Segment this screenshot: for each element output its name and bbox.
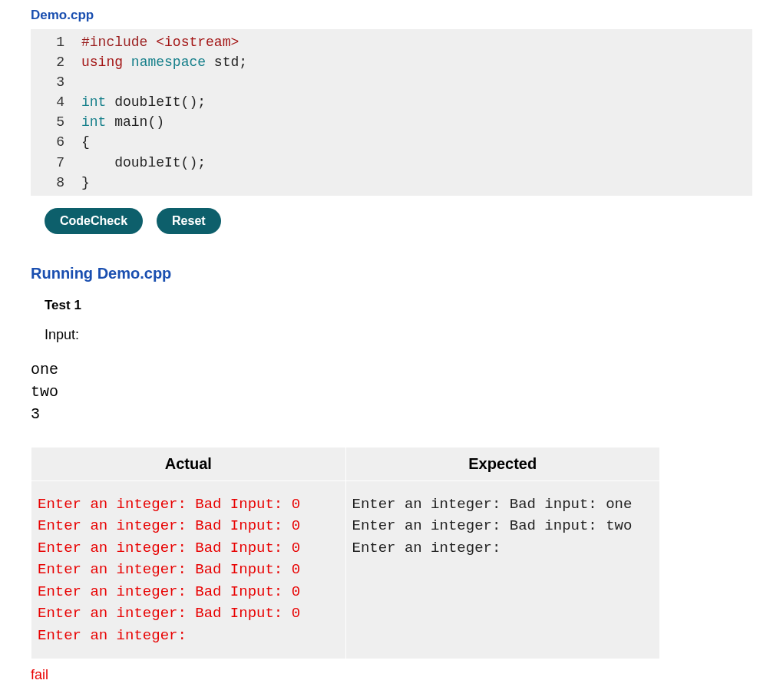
expected-output: Enter an integer: Bad input: one Enter a… <box>345 480 660 659</box>
table-row: Enter an integer: Bad Input: 0 Enter an … <box>31 480 660 659</box>
code-content[interactable]: { <box>81 132 90 152</box>
code-line[interactable]: 2using namespace std; <box>31 52 752 72</box>
button-row: CodeCheck Reset <box>45 208 752 234</box>
code-line[interactable]: 6{ <box>31 132 752 152</box>
codecheck-button[interactable]: CodeCheck <box>45 208 143 234</box>
reset-button[interactable]: Reset <box>157 208 221 234</box>
line-number: 3 <box>40 72 81 92</box>
code-content[interactable]: int main() <box>81 112 164 132</box>
test-title: Test 1 <box>45 298 752 313</box>
line-number: 6 <box>40 132 81 152</box>
code-content[interactable]: using namespace std; <box>81 52 247 72</box>
line-number: 8 <box>40 173 81 193</box>
header-expected: Expected <box>345 447 660 480</box>
running-title: Running Demo.cpp <box>31 265 752 282</box>
code-content[interactable]: doubleIt(); <box>81 153 206 173</box>
line-number: 4 <box>40 92 81 112</box>
line-number: 2 <box>40 52 81 72</box>
code-line[interactable]: 5int main() <box>31 112 752 132</box>
code-content[interactable]: #include <iostream> <box>81 32 239 52</box>
header-actual: Actual <box>31 447 346 480</box>
code-line[interactable]: 4int doubleIt(); <box>31 92 752 112</box>
line-number: 5 <box>40 112 81 132</box>
code-line[interactable]: 3 <box>31 72 752 92</box>
filename-label: Demo.cpp <box>31 8 752 23</box>
code-editor[interactable]: 1#include <iostream>2using namespace std… <box>31 29 752 196</box>
code-line[interactable]: 8} <box>31 173 752 193</box>
test-result: fail <box>31 667 752 683</box>
actual-output: Enter an integer: Bad Input: 0 Enter an … <box>31 480 346 659</box>
code-content[interactable]: } <box>81 173 90 193</box>
input-label: Input: <box>45 327 752 343</box>
test-input: one two 3 <box>31 358 752 425</box>
table-header-row: Actual Expected <box>31 447 660 480</box>
result-table: Actual Expected Enter an integer: Bad In… <box>31 447 660 660</box>
code-line[interactable]: 7 doubleIt(); <box>31 153 752 173</box>
line-number: 1 <box>40 32 81 52</box>
code-line[interactable]: 1#include <iostream> <box>31 32 752 52</box>
code-content[interactable]: int doubleIt(); <box>81 92 206 112</box>
line-number: 7 <box>40 153 81 173</box>
